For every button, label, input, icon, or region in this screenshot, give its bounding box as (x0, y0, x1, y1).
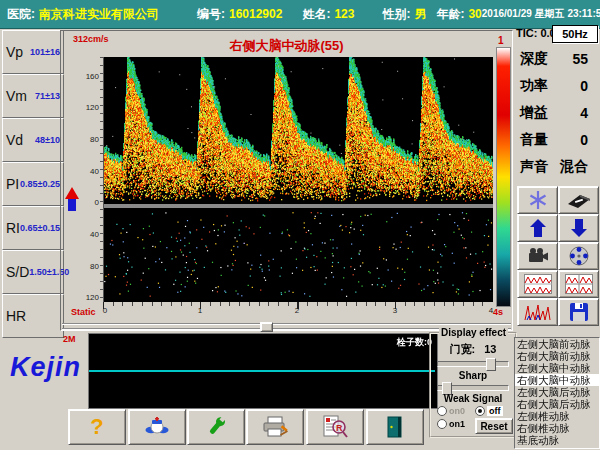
report-magnifier-icon: R (322, 415, 348, 439)
param-row-sound: 声音 混合 (516, 156, 598, 178)
mmode-label: 2M (63, 334, 76, 344)
radio-off[interactable]: off (475, 406, 503, 416)
radio-off-label: off (487, 406, 503, 416)
vessel-list-item[interactable]: 左侧大脑后动脉 (515, 386, 599, 398)
radio-on0-label: on0 (449, 406, 465, 416)
depth-label: 深度 (520, 50, 548, 68)
time-span-label: 4s (493, 307, 503, 317)
camera-icon (526, 247, 550, 265)
record-video-button[interactable] (517, 242, 558, 270)
quad-trace-layout-button[interactable] (558, 270, 599, 298)
ri-label: RI (6, 220, 20, 236)
param-row-power: 功率 0 (516, 75, 598, 97)
hospital-label: 医院: (7, 6, 35, 23)
sound-label: 声音 (520, 158, 548, 176)
patient-icon (144, 416, 170, 438)
hr-label: HR (6, 308, 26, 324)
patient-exam-button[interactable] (128, 409, 186, 445)
vessel-list-item[interactable]: 左侧大脑中动脉 (515, 362, 599, 374)
settings-button[interactable] (187, 409, 245, 445)
y-tick: 80 (69, 135, 99, 144)
mmode-canvas (89, 334, 435, 406)
radio-on1[interactable]: on1 (437, 419, 465, 429)
radio-on0[interactable]: on0 (437, 406, 465, 416)
radio-off-icon (475, 406, 485, 416)
eject-probe-button[interactable] (558, 186, 599, 214)
save-button[interactable] (558, 298, 599, 326)
scale-down-button[interactable] (558, 214, 599, 242)
patient-name-label: 姓名: (302, 6, 330, 23)
gain-value: 4 (580, 105, 588, 121)
reset-button[interactable]: Reset (475, 418, 513, 434)
patient-id-label: 编号: (197, 6, 225, 23)
splitter-handle[interactable] (260, 322, 273, 332)
spectrum-peaks-icon (524, 302, 552, 322)
sharp-slider[interactable] (437, 385, 509, 391)
depth-value: 55 (572, 51, 588, 67)
sharp-label: Sharp (431, 370, 515, 381)
scale-up-button[interactable] (517, 214, 558, 242)
power-label: 功率 (520, 77, 548, 95)
sd-label: S/D (6, 264, 29, 280)
vd-label: Vd (6, 132, 23, 148)
vessel-list-item[interactable]: 右侧大脑中动脉 (515, 374, 599, 386)
report-review-button[interactable]: R (306, 409, 364, 445)
playback-button[interactable] (558, 242, 599, 270)
hospital-value: 南京科进实业有限公司 (39, 6, 159, 23)
x-tick: 2 (295, 306, 299, 315)
measurement-box-vm: Vm 71±13 (2, 74, 64, 118)
help-icon: ? (90, 414, 103, 440)
x-tick: 3 (393, 306, 397, 315)
baseline-marker[interactable] (65, 187, 81, 211)
vessel-list-item[interactable]: 右侧大脑前动脉 (515, 350, 599, 362)
doppler-spectrum-canvas (104, 57, 493, 302)
vessel-list-item[interactable]: 右侧椎动脉 (515, 422, 599, 434)
vessel-list-item[interactable]: 右侧大脑后动脉 (515, 398, 599, 410)
channel-label: 1 (498, 35, 504, 46)
dual-trace-icon (524, 274, 552, 294)
emboli-count-label: 栓子数:0 (397, 336, 432, 349)
patient-info-bar: 医院: 南京科进实业有限公司 编号: 16012902 姓名: 123 性别: … (0, 0, 600, 29)
vp-label: Vp (6, 44, 23, 60)
frequency-button[interactable]: 50Hz (552, 25, 598, 43)
tcd-application-window: 医院: 南京科进实业有限公司 编号: 16012902 姓名: 123 性别: … (0, 0, 600, 450)
display-effect-panel: Display effect 门宽: 13 Sharp Weak Signal … (429, 332, 517, 438)
spectrum-analysis-button[interactable] (517, 298, 558, 326)
param-row-gain: 增益 4 (516, 102, 598, 124)
vd-value: 48±10 (35, 135, 60, 145)
baseline-stem-icon (68, 199, 76, 211)
intensity-colorbar (496, 47, 511, 307)
dual-trace-layout-button[interactable] (517, 270, 558, 298)
help-button[interactable]: ? (68, 409, 126, 445)
gate-width-label: 门宽: (450, 343, 476, 355)
freeze-button[interactable] (517, 186, 558, 214)
gate-width-slider[interactable] (437, 361, 509, 367)
probe-plate-icon (567, 192, 591, 208)
print-button[interactable] (246, 409, 304, 445)
y-tick: 80 (69, 262, 99, 271)
measurement-box-vd: Vd 48±10 (2, 118, 64, 162)
display-effect-title: Display effect (439, 327, 508, 338)
snowflake-icon (528, 190, 548, 210)
y-tick: 120 (69, 103, 99, 112)
measurement-box-sd: S/D 1.50±1.50 (2, 250, 64, 294)
acquisition-status-label: Static (71, 307, 96, 317)
measurement-box-hr: HR (2, 294, 64, 338)
volume-value: 0 (580, 132, 588, 148)
vessel-list-item[interactable]: 左侧大脑前动脉 (515, 338, 599, 350)
film-reel-icon (568, 245, 590, 267)
printer-icon (261, 416, 289, 438)
sex-label: 性别: (382, 6, 410, 23)
baseline-arrow-icon (65, 187, 79, 199)
vessel-list-item[interactable]: 左侧椎动脉 (515, 410, 599, 422)
exit-door-icon (385, 415, 405, 439)
gate-width-value: 13 (484, 343, 496, 355)
pi-label: PI (6, 176, 19, 192)
x-tick: 1 (198, 306, 202, 315)
y-tick: 120 (69, 293, 99, 302)
y-tick: 40 (69, 230, 99, 239)
exit-button[interactable] (366, 409, 424, 445)
vessel-list-item[interactable]: 基底动脉 (515, 434, 599, 446)
sound-value: 混合 (560, 158, 588, 176)
vessel-list: 左侧大脑前动脉 右侧大脑前动脉 左侧大脑中动脉 右侧大脑中动脉 左侧大脑后动脉 … (514, 337, 600, 449)
